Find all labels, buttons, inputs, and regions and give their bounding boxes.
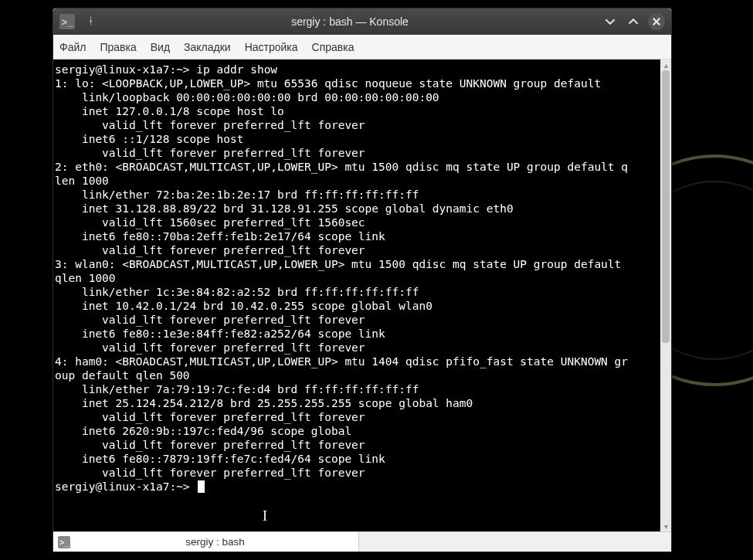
tab-label: sergiy : bash bbox=[76, 536, 354, 548]
terminal-tab-icon: >_ bbox=[58, 536, 70, 548]
tabbar: >_ sergiy : bash bbox=[53, 531, 671, 552]
command-output: 1: lo: <LOOPBACK,UP,LOWER_UP> mtu 65536 … bbox=[55, 77, 628, 479]
maximize-button[interactable] bbox=[625, 13, 642, 30]
tab-session-1[interactable]: >_ sergiy : bash bbox=[53, 532, 359, 552]
menu-bookmarks[interactable]: Закладки bbox=[184, 41, 231, 53]
shell-prompt: sergiy@linux-x1a7:~> bbox=[55, 480, 196, 493]
menu-settings[interactable]: Настройка bbox=[245, 41, 298, 53]
scroll-up-arrow[interactable]: ▴ bbox=[660, 59, 671, 70]
vertical-scrollbar[interactable]: ▴ ▾ bbox=[660, 59, 671, 531]
window-title: sergiy : bash — Konsole bbox=[104, 15, 595, 28]
close-button[interactable] bbox=[648, 13, 665, 30]
shell-prompt: sergiy@linux-x1a7:~> bbox=[55, 63, 196, 76]
menu-file[interactable]: Файл bbox=[59, 41, 86, 53]
menu-help[interactable]: Справка bbox=[312, 41, 354, 53]
terminal-viewport[interactable]: sergiy@linux-x1a7:~> ip addr show 1: lo:… bbox=[53, 59, 660, 531]
menu-edit[interactable]: Правка bbox=[100, 41, 136, 53]
menu-view[interactable]: Вид bbox=[151, 41, 170, 53]
pin-icon[interactable] bbox=[81, 15, 98, 29]
titlebar[interactable]: >_ sergiy : bash — Konsole bbox=[53, 8, 671, 35]
scroll-thumb[interactable] bbox=[662, 70, 670, 343]
text-cursor-block bbox=[198, 480, 205, 493]
minimize-button[interactable] bbox=[602, 13, 619, 30]
scroll-down-arrow[interactable]: ▾ bbox=[660, 521, 671, 531]
konsole-window: >_ sergiy : bash — Konsole Файл Правка В… bbox=[53, 8, 672, 552]
shell-command: ip addr show bbox=[196, 63, 277, 76]
terminal-app-icon: >_ bbox=[59, 14, 75, 29]
menubar: Файл Правка Вид Закладки Настройка Справ… bbox=[53, 35, 671, 59]
